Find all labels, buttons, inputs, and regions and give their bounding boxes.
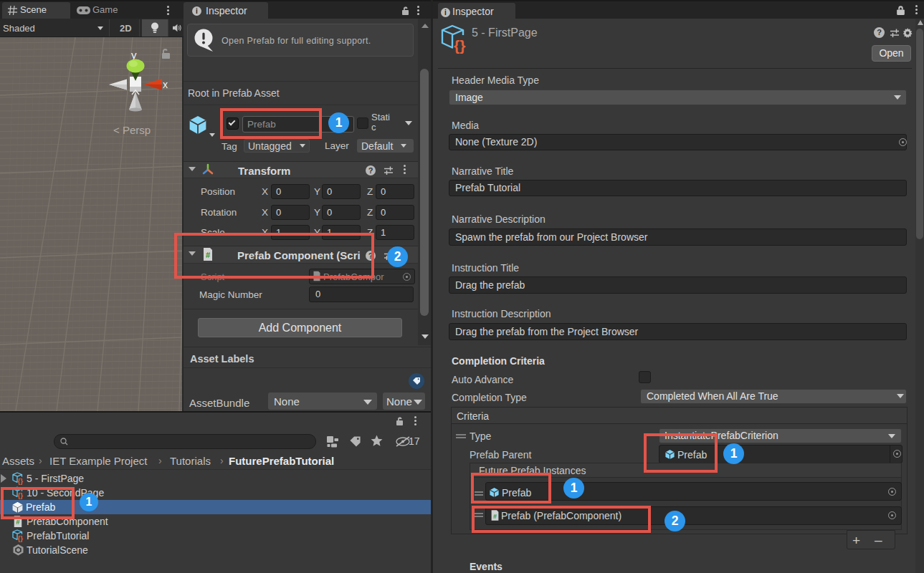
svg-text:y: y [131, 49, 137, 61]
svg-text:< Persp: < Persp [113, 124, 151, 136]
svg-text:{}: {} [18, 534, 24, 542]
svg-text:{}: {} [454, 37, 465, 54]
svg-text:{}: {} [18, 477, 24, 485]
svg-text:#: # [16, 518, 20, 526]
svg-text:x: x [163, 79, 168, 90]
